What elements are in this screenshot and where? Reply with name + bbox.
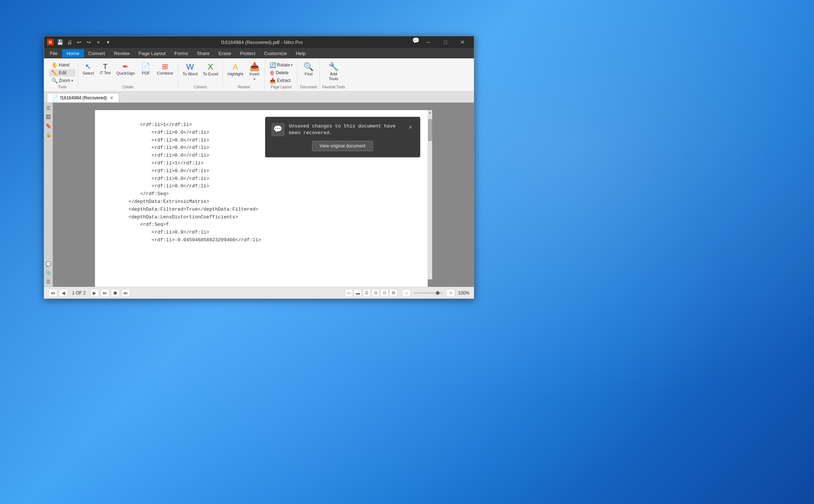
pdf-line-11: </depthData:ExtrinsicMatrix> [117, 198, 406, 206]
menu-protect[interactable]: Protect [235, 49, 260, 58]
page-layout-content: 🔄 Rotate ▾ 🗑 Delete 📤 Extract [267, 61, 295, 84]
menu-page-layout[interactable]: Page Layout [134, 49, 170, 58]
zoom-in-button[interactable]: + [446, 289, 455, 297]
add-tools-button[interactable]: 🔧 AddTools [325, 61, 342, 83]
tools-stack: ✋ Hand ✏️ Edit 🔍 Zoom ▾ [49, 61, 75, 84]
menu-bar: File Home Convert Review Page Layout For… [44, 48, 474, 58]
insert-button[interactable]: 📥 Insert ▾ [246, 61, 262, 82]
spread-view-button[interactable]: ⊟ [372, 289, 380, 297]
menu-file[interactable]: File [45, 49, 62, 58]
save-qat-button[interactable]: 💾 [56, 38, 64, 46]
next-page-button[interactable]: ⏭ [101, 289, 109, 297]
undo-qat-button[interactable]: ↩ [75, 38, 83, 46]
prev-page-button[interactable]: ◀ [59, 289, 68, 297]
sidebar-nav-icon[interactable]: ☰ [45, 104, 52, 112]
zoom-level-label: 100% [458, 290, 469, 296]
hand-button[interactable]: ✋ Hand [49, 61, 75, 69]
last-page-button[interactable]: ⏭ [121, 289, 130, 297]
view-original-document-button[interactable]: View original document [312, 141, 373, 151]
edit-icon: ✏️ [51, 70, 58, 76]
pdf-page: 💬 Unsaved changes to this document have … [95, 110, 428, 287]
zoom-slider[interactable] [414, 292, 443, 294]
zoom-out-button[interactable]: – [402, 289, 411, 297]
combine-button[interactable]: ⊞ Combine [155, 61, 176, 77]
quick-sign-icon: ✒ [122, 63, 129, 70]
select-button[interactable]: ↖ Select [80, 61, 96, 77]
menu-home[interactable]: Home [62, 49, 84, 58]
minimize-button[interactable]: ─ [420, 36, 437, 48]
pdf-line-15: <rdf:li>0.0</rdf:li> [117, 229, 406, 236]
highlight-icon: A [233, 63, 238, 71]
chat-icon[interactable]: 💬 [412, 36, 420, 44]
scroll-up-arrow[interactable]: ▲ [428, 110, 432, 115]
menu-share[interactable]: Share [193, 49, 214, 58]
rotate-icon: 🔄 [269, 62, 276, 68]
ribbon-group-review: A Highlight 📥 Insert ▾ Review [223, 61, 265, 90]
review-content: A Highlight 📥 Insert ▾ [225, 61, 262, 84]
menu-erase[interactable]: Erase [214, 49, 235, 58]
single-page-view-button[interactable]: ▭ [345, 289, 353, 297]
pdf-viewer[interactable]: 💬 Unsaved changes to this document have … [53, 103, 474, 287]
insert-icon: 📥 [250, 63, 260, 71]
sidebar-lock-icon[interactable]: 🔒 [45, 131, 52, 138]
pdf-line-9: <rdf:li>0.0</rdf:li> [117, 183, 406, 190]
extract-button[interactable]: 📤 Extract [267, 77, 295, 84]
sidebar-pages-icon[interactable]: 🖼 [45, 113, 52, 120]
sidebar-comment-icon[interactable]: 💬 [45, 260, 52, 268]
vertical-scrollbar[interactable]: ▲ [428, 110, 432, 279]
document-content: 🔍 Find [301, 61, 317, 84]
create-group-label: Create [122, 85, 133, 89]
type-text-label: IT Text [100, 71, 111, 75]
scroll-thumb[interactable] [428, 119, 432, 141]
tab-close-button[interactable]: ✕ [109, 95, 114, 101]
menu-convert[interactable]: Convert [84, 49, 110, 58]
first-page-button[interactable]: ⏮ [48, 289, 57, 297]
sidebar-bookmarks-icon[interactable]: 🔖 [45, 122, 52, 129]
add-tools-label: AddTools [329, 72, 339, 81]
sidebar-attachment-icon[interactable]: 📎 [45, 269, 52, 276]
delete-button[interactable]: 🗑 Delete [267, 69, 295, 76]
to-excel-button[interactable]: X To Excel [201, 61, 221, 78]
stop-button[interactable]: ⏹ [111, 289, 120, 297]
fit-page-button[interactable]: ⊞ [389, 289, 397, 297]
pdf-icon: 📄 [141, 63, 150, 70]
quick-sign-button[interactable]: ✒ QuickSign [114, 61, 137, 77]
highlight-button[interactable]: A Highlight [225, 61, 245, 78]
pdf-button[interactable]: 📄 PDF [138, 61, 154, 77]
maximize-button[interactable]: □ [437, 36, 454, 48]
notification-header: 💬 Unsaved changes to this document have … [271, 123, 414, 136]
sidebar-layers-icon[interactable]: ☰ [45, 278, 52, 285]
tab-label: f16164984 (Recovered) [60, 95, 107, 101]
zoom-icon: 🔍 [51, 78, 58, 84]
find-button[interactable]: 🔍 Find [301, 61, 317, 78]
rotate-button[interactable]: 🔄 Rotate ▾ [267, 61, 295, 69]
menu-customize[interactable]: Customize [260, 49, 291, 58]
ribbon-group-tools: ✋ Hand ✏️ Edit 🔍 Zoom ▾ [47, 61, 78, 90]
fit-width-button[interactable]: ⊡ [380, 289, 389, 297]
notification-close-button[interactable]: ✕ [407, 123, 414, 133]
print-qat-button[interactable]: 🖨 [65, 38, 74, 46]
to-word-button[interactable]: W To Word [180, 61, 200, 78]
ribbon-group-convert: W To Word X To Excel Convert [178, 61, 223, 90]
qat-dropdown-button[interactable]: ▾ [104, 38, 112, 46]
review-group-label: Review [238, 85, 250, 89]
insert-dropdown-icon: ▾ [254, 77, 255, 81]
type-text-button[interactable]: T IT Text [97, 61, 113, 77]
menu-help[interactable]: Help [291, 49, 310, 58]
redo-qat-button[interactable]: ↪ [85, 38, 93, 46]
two-page-view-button[interactable]: ▬ [354, 289, 362, 297]
menu-review[interactable]: Review [109, 49, 134, 58]
convert-content: W To Word X To Excel [180, 61, 220, 84]
document-tab[interactable]: 📄 f16164984 (Recovered) ✕ [47, 93, 119, 102]
close-button[interactable]: ✕ [454, 36, 471, 48]
scroll-view-button[interactable]: ☰ [363, 289, 371, 297]
zoom-controls: ▭ ▬ ☰ ⊟ ⊡ ⊞ – + 100% [345, 289, 469, 297]
cursor-qat-button[interactable]: ⌖ [94, 38, 102, 46]
play-button[interactable]: ▶ [90, 289, 99, 297]
select-icon: ↖ [85, 63, 91, 70]
hand-icon: ✋ [51, 62, 58, 68]
pdf-line-16: <rdf:li>-0.045946858823299408</rdf:li> [117, 236, 406, 244]
zoom-button[interactable]: 🔍 Zoom ▾ [49, 77, 75, 84]
edit-button[interactable]: ✏️ Edit [49, 69, 75, 76]
menu-forms[interactable]: Forms [170, 49, 193, 58]
